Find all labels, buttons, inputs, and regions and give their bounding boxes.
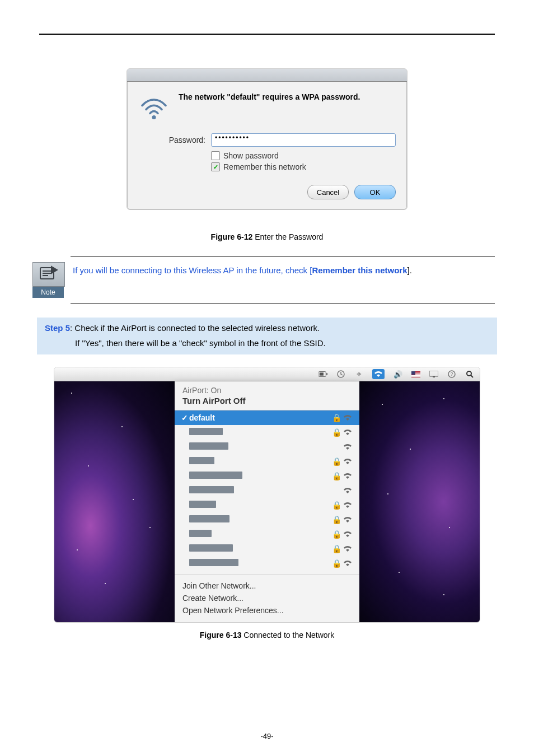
wifi-signal-icon	[341, 473, 354, 479]
svg-rect-4	[326, 373, 327, 375]
spotlight-icon[interactable]	[465, 370, 474, 379]
join-other-network[interactable]: Join Other Network...	[182, 580, 352, 592]
svg-point-0	[152, 115, 156, 119]
network-name-redacted	[189, 428, 331, 437]
header-rule	[39, 34, 495, 35]
network-item[interactable]: 🔒	[175, 498, 359, 512]
lock-icon: 🔒	[331, 530, 341, 539]
wpa-password-dialog: The network "default" requires a WPA pas…	[127, 68, 407, 210]
network-item[interactable]	[175, 440, 359, 454]
cancel-button[interactable]: Cancel	[307, 185, 349, 199]
lock-icon: 🔒	[331, 428, 341, 437]
password-label: Password:	[138, 136, 205, 144]
network-item[interactable]: 🔒	[175, 512, 359, 527]
wifi-signal-icon	[341, 444, 354, 450]
dialog-titlebar	[127, 69, 407, 82]
svg-rect-10	[411, 375, 420, 376]
step-5-line2: If "Yes", then there will be a "check" s…	[45, 338, 489, 348]
timemachine-icon	[336, 370, 345, 379]
volume-icon: 🔊	[394, 370, 402, 379]
network-name-redacted	[189, 501, 331, 510]
step-5-label: Step 5	[45, 323, 70, 333]
svg-text:?: ?	[450, 371, 453, 377]
lock-icon: 🔒	[331, 472, 341, 480]
wifi-signal-icon	[341, 560, 354, 567]
wifi-signal-icon	[341, 502, 354, 508]
network-item[interactable]: 🔒	[175, 454, 359, 469]
remember-network-checkbox[interactable]	[211, 162, 220, 171]
note-icon	[39, 265, 58, 283]
airport-dropdown: AirPort: On Turn AirPort Off ✓ default 🔒…	[175, 381, 359, 622]
network-item[interactable]: 🔒	[175, 556, 359, 571]
note-pre: If you will be connecting to this Wirele…	[73, 265, 312, 275]
network-name-redacted	[189, 442, 331, 451]
network-name-redacted	[189, 544, 331, 553]
network-name-redacted	[189, 472, 331, 480]
displays-icon	[429, 370, 438, 379]
network-item[interactable]: 🔒	[175, 469, 359, 483]
wifi-signal-icon	[341, 487, 354, 494]
wifi-signal-icon	[341, 531, 354, 538]
network-item[interactable]: 🔒	[175, 425, 359, 440]
dialog-message: The network "default" requires a WPA pas…	[179, 92, 360, 123]
network-name-redacted	[189, 486, 331, 495]
wifi-signal-icon	[341, 414, 354, 421]
note-post: ].	[407, 265, 411, 275]
figure-6-13-caption: Figure 6-13 Connected to the Network	[39, 631, 495, 640]
note-badge: Note	[32, 262, 64, 298]
figure-6-12-num: Figure 6-12	[211, 232, 253, 241]
figure-6-13-text: Connected to the Network	[241, 631, 334, 640]
help-icon: ?	[447, 370, 456, 379]
lock-icon: 🔒	[331, 501, 341, 510]
mac-menubar: ⌖ 🔊 ?	[54, 367, 480, 381]
password-input[interactable]: ••••••••••	[211, 133, 396, 147]
network-name: default	[189, 413, 331, 422]
page-number: -49-	[0, 732, 534, 740]
svg-point-17	[467, 371, 471, 376]
ok-button[interactable]: OK	[354, 185, 396, 199]
note-block: Note If you will be connecting to this W…	[71, 256, 495, 304]
network-item[interactable]: 🔒	[175, 542, 359, 556]
battery-icon	[318, 370, 327, 379]
network-item[interactable]	[175, 483, 359, 498]
wifi-signal-icon	[341, 429, 354, 436]
airport-status: AirPort: On	[182, 386, 352, 395]
wifi-menu-icon[interactable]	[372, 369, 385, 379]
lock-icon: 🔒	[331, 413, 341, 422]
airport-icon	[138, 92, 170, 123]
network-list: ✓ default 🔒 🔒🔒🔒🔒🔒🔒🔒🔒🔒	[175, 410, 359, 572]
figure-6-13-num: Figure 6-13	[200, 631, 242, 640]
bluetooth-icon: ⌖	[354, 370, 363, 379]
check-icon: ✓	[180, 413, 189, 422]
network-item[interactable]: 🔒	[175, 527, 359, 542]
figure-6-12-text: Enter the Password	[252, 232, 323, 241]
lock-icon: 🔒	[331, 515, 341, 524]
network-name-redacted	[189, 515, 331, 524]
turn-airport-off[interactable]: Turn AirPort Off	[182, 396, 352, 405]
open-network-preferences[interactable]: Open Network Preferences...	[182, 604, 352, 617]
note-label: Note	[32, 287, 64, 298]
desktop-wallpaper-left	[54, 381, 175, 622]
create-network[interactable]: Create Network...	[182, 592, 352, 604]
lock-icon: 🔒	[331, 559, 341, 568]
wifi-signal-icon	[341, 545, 354, 552]
note-text: If you will be connecting to this Wirele…	[73, 262, 412, 298]
lock-icon: 🔒	[331, 457, 341, 466]
network-item[interactable]: 🔒	[175, 571, 359, 572]
flag-icon	[411, 370, 420, 379]
lock-icon: 🔒	[331, 544, 341, 553]
show-password-label: Show password	[223, 151, 279, 160]
note-bold: Remember this network	[312, 265, 407, 275]
svg-rect-13	[429, 371, 438, 376]
airport-menu-screenshot: ⌖ 🔊 ? AirPort: On Turn AirPort Off	[54, 367, 480, 623]
show-password-checkbox[interactable]	[211, 151, 220, 160]
network-name-redacted	[189, 530, 331, 539]
svg-rect-14	[433, 376, 435, 377]
desktop-wallpaper-right	[359, 381, 480, 622]
network-item-selected[interactable]: ✓ default 🔒	[175, 410, 359, 425]
dropdown-separator	[175, 575, 359, 575]
step-5-band: Step 5: Check if the AirPort is connecte…	[37, 318, 497, 354]
svg-rect-3	[320, 372, 324, 375]
svg-rect-12	[411, 371, 415, 375]
network-name-redacted	[189, 457, 331, 466]
